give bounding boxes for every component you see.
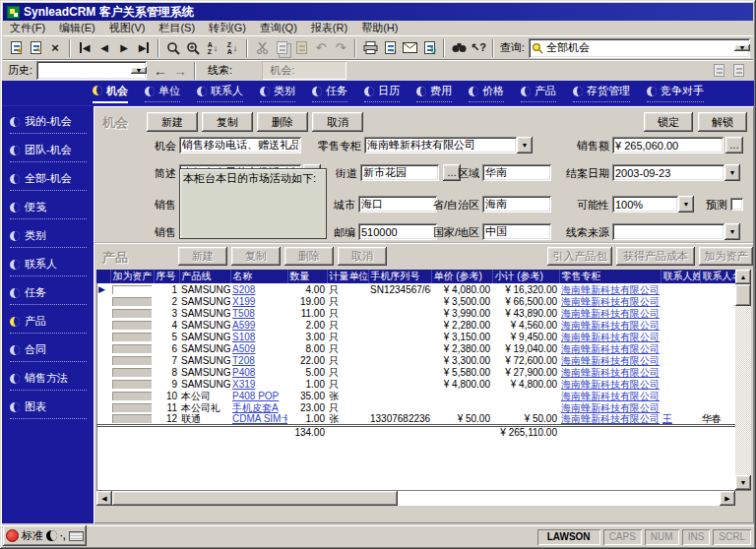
contact-last-cell[interactable] bbox=[661, 378, 700, 390]
first-record-icon[interactable]: ◀ bbox=[75, 39, 94, 57]
grid-header-cell[interactable]: 序号 bbox=[154, 270, 179, 283]
product-name-link[interactable]: P408 bbox=[232, 367, 255, 378]
counter-cell[interactable]: 海南蜂新科技有限公司 bbox=[559, 390, 661, 401]
product-delete-button[interactable]: 删除 bbox=[284, 247, 334, 266]
product-row[interactable]: 9 SAMSUNG X319 1.00 只 ¥ 4,800.00 ¥ 4,800… bbox=[96, 378, 735, 390]
product-row[interactable]: 2 SAMSUNG X199 19.00 只 ¥ 3,500.00 ¥ 66,5… bbox=[96, 295, 735, 307]
search-plus-icon[interactable] bbox=[183, 39, 203, 57]
product-name-cell[interactable]: T508 bbox=[230, 307, 287, 319]
sort-descending-icon[interactable]: ZA↓ bbox=[222, 39, 242, 57]
asset-cell[interactable] bbox=[110, 413, 154, 426]
asset-cell[interactable] bbox=[110, 283, 154, 295]
product-row[interactable]: 6 SAMSUNG A509 8.00 只 ¥ 2,380.00 ¥ 19,04… bbox=[96, 342, 735, 354]
module-tab[interactable]: 单位 bbox=[145, 84, 180, 102]
paste-icon[interactable] bbox=[291, 39, 311, 57]
sidebar-item[interactable]: 任务 bbox=[10, 285, 87, 305]
horizontal-scrollbar[interactable]: ◀ ▶ bbox=[96, 490, 735, 506]
scroll-down-icon[interactable]: ▼ bbox=[735, 475, 751, 490]
counter-cell[interactable]: 海南蜂新科技有限公司 bbox=[559, 366, 661, 378]
close-date-field[interactable]: ▼ bbox=[612, 164, 740, 181]
product-name-link[interactable]: T508 bbox=[232, 308, 255, 319]
asset-checkbox[interactable] bbox=[112, 309, 152, 318]
report-alt-icon[interactable] bbox=[728, 62, 748, 80]
delete-record-icon[interactable]: × bbox=[45, 39, 65, 57]
grid-header-cell[interactable]: 联系人姓 bbox=[661, 270, 700, 283]
contact-last-cell[interactable] bbox=[661, 401, 700, 413]
counter-combobox[interactable]: ▼ bbox=[364, 137, 533, 153]
edit-record-icon[interactable]: ✎ bbox=[26, 39, 45, 57]
forecast-checkbox[interactable] bbox=[730, 198, 743, 211]
product-copy-button[interactable]: 复制 bbox=[231, 247, 281, 266]
product-name-link[interactable]: S108 bbox=[232, 332, 255, 342]
product-name-link[interactable]: 手机皮套A bbox=[232, 402, 279, 413]
product-row[interactable]: ▶ 1 SAMSUNG S208 4.00 只 SN1234567/68/ ¥ bbox=[96, 283, 735, 295]
grid-header-cell[interactable]: 手机序列号 bbox=[368, 270, 431, 283]
contact-last-cell[interactable] bbox=[661, 354, 700, 366]
contact-last-cell[interactable] bbox=[661, 342, 700, 354]
contact-last-link[interactable]: 王 bbox=[662, 413, 672, 424]
asset-cell[interactable] bbox=[110, 354, 154, 366]
asset-checkbox[interactable] bbox=[112, 380, 152, 389]
grid-header-cell[interactable]: 零售专柜 bbox=[559, 270, 661, 283]
sidebar-item[interactable]: 联系人 bbox=[10, 257, 87, 276]
menu-item[interactable]: 编辑(E) bbox=[52, 20, 102, 36]
asset-checkbox[interactable] bbox=[112, 321, 152, 330]
product-name-cell[interactable]: 手机皮套A bbox=[230, 401, 287, 413]
asset-checkbox[interactable] bbox=[112, 285, 152, 294]
asset-cell[interactable] bbox=[110, 342, 154, 354]
asset-checkbox[interactable] bbox=[112, 368, 152, 377]
counter-link[interactable]: 海南蜂新科技有限公司 bbox=[561, 413, 660, 424]
module-tab[interactable]: 联系人 bbox=[197, 84, 243, 102]
asset-checkbox[interactable] bbox=[112, 414, 152, 423]
contact-last-cell[interactable] bbox=[661, 331, 700, 342]
counter-cell[interactable]: 海南蜂新科技有限公司 bbox=[559, 342, 661, 354]
product-name-cell[interactable]: X199 bbox=[230, 295, 287, 307]
asset-cell[interactable] bbox=[110, 307, 154, 319]
menu-item[interactable]: 栏目(S) bbox=[152, 20, 202, 36]
forward-icon[interactable]: → bbox=[170, 62, 190, 80]
sidebar-item[interactable]: 我的-机会 bbox=[10, 114, 87, 134]
counter-link[interactable]: 海南蜂新科技有限公司 bbox=[561, 402, 660, 413]
detail-new-button[interactable]: 新建 bbox=[147, 112, 198, 132]
lead-source-combobox[interactable]: ▼ bbox=[612, 223, 740, 240]
detail-cancel-button[interactable]: 取消 bbox=[312, 112, 363, 132]
add-as-asset-button[interactable]: 加为资产 bbox=[699, 247, 753, 266]
module-tab[interactable]: 费用 bbox=[416, 84, 452, 102]
grid-header-cell[interactable]: 单价 (参考) bbox=[431, 270, 492, 283]
counter-cell[interactable]: 海南蜂新科技有限公司 bbox=[559, 413, 661, 426]
query-dropdown-arrow[interactable]: ▼ bbox=[734, 44, 750, 51]
history-dropdown-arrow[interactable]: ▼ bbox=[131, 67, 147, 74]
unlock-button[interactable]: 解锁 bbox=[698, 112, 747, 132]
module-tab[interactable]: 价格 bbox=[469, 84, 504, 102]
product-row[interactable]: 12 联通 CDMA SIM卡 1.00 张 13307682236 ¥ 50.… bbox=[96, 413, 735, 426]
lead-source-dropdown-arrow[interactable]: ▼ bbox=[724, 223, 740, 240]
street-field[interactable] bbox=[360, 164, 439, 181]
module-tab[interactable]: 存货管理 bbox=[573, 84, 630, 102]
counter-link[interactable]: 海南蜂新科技有限公司 bbox=[561, 391, 660, 401]
contact-last-cell[interactable]: 王 bbox=[661, 413, 700, 426]
lock-button[interactable]: 锁定 bbox=[644, 112, 693, 132]
product-row[interactable]: 8 SAMSUNG P408 5.00 只 ¥ 5,580.00 ¥ 27,90… bbox=[96, 366, 735, 378]
back-icon[interactable]: ← bbox=[151, 62, 170, 80]
product-name-cell[interactable]: P408 POP bbox=[230, 390, 287, 401]
amount-more-button[interactable]: … bbox=[725, 137, 743, 153]
menu-item[interactable]: 视图(V) bbox=[102, 20, 153, 36]
sort-ascending-icon[interactable]: AZ↓ bbox=[203, 39, 222, 57]
last-record-icon[interactable]: ▶ bbox=[134, 39, 154, 57]
vertical-scrollbar[interactable]: ▲ ▼ bbox=[735, 270, 751, 490]
asset-checkbox[interactable] bbox=[112, 356, 152, 365]
ime-punctuation-icon[interactable]: ·, bbox=[60, 531, 66, 541]
product-name-cell[interactable]: A599 bbox=[230, 319, 287, 331]
asset-cell[interactable] bbox=[110, 390, 154, 401]
scroll-up-icon[interactable]: ▲ bbox=[735, 270, 751, 284]
counter-link[interactable]: 海南蜂新科技有限公司 bbox=[561, 367, 660, 378]
asset-cell[interactable] bbox=[110, 331, 154, 342]
contact-last-cell[interactable] bbox=[661, 366, 700, 378]
counter-cell[interactable]: 海南蜂新科技有限公司 bbox=[559, 378, 661, 390]
counter-cell[interactable]: 海南蜂新科技有限公司 bbox=[559, 401, 661, 413]
probability-combobox[interactable]: ▼ bbox=[612, 196, 694, 213]
module-tab[interactable]: 日历 bbox=[364, 84, 400, 102]
menu-item[interactable]: 帮助(H) bbox=[354, 20, 405, 36]
ime-keyboard-icon[interactable] bbox=[69, 531, 84, 541]
query-combobox[interactable]: 全部机会 ▼ bbox=[529, 38, 750, 58]
